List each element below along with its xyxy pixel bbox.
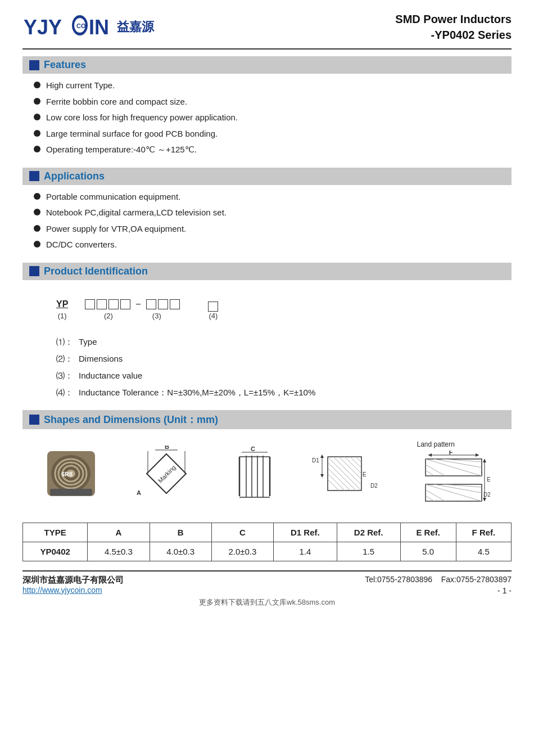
features-square-icon xyxy=(29,60,39,70)
features-section-header: Features xyxy=(22,56,512,74)
table-header-b: B xyxy=(150,523,211,542)
svg-rect-12 xyxy=(50,489,92,496)
pid-box xyxy=(108,299,119,309)
company-name: 深圳市益嘉源电子有限公司 xyxy=(22,575,124,586)
pid-part4-boxes xyxy=(208,302,218,312)
table-header-type: TYPE xyxy=(23,523,88,542)
table-cell-d1: 1.4 xyxy=(273,542,337,561)
dimensions-table: TYPE A B C D1 Ref. D2 Ref. E Ref. F Ref.… xyxy=(22,523,512,561)
pid-dash: － xyxy=(133,297,143,310)
table-cell-c: 2.0±0.3 xyxy=(211,542,273,561)
coil-photo: 6R8 xyxy=(44,448,98,499)
table-header-e: E Ref. xyxy=(400,523,456,542)
svg-text:B: B xyxy=(165,446,169,450)
tel: Tel:0755-27803896 xyxy=(365,575,432,584)
pid-exp-row-4: ⑷： Inductance Tolerance：N=±30%,M=±20%，L=… xyxy=(56,384,495,401)
footer-left: 深圳市益嘉源电子有限公司 http://www.yjycoin.com xyxy=(22,575,124,595)
header-title: SMD Power Inductors -YP0402 Series xyxy=(395,11,512,43)
pid-part4-num: (4) xyxy=(209,312,218,320)
table-header-d2: D2 Ref. xyxy=(337,523,400,542)
bullet-icon xyxy=(34,98,40,105)
side-view: D1 E D2 xyxy=(312,446,379,502)
pid-part3-num: (3) xyxy=(152,312,161,320)
features-list: High current Type. Ferrite bobbin core a… xyxy=(22,79,512,164)
table-header-row: TYPE A B C D1 Ref. D2 Ref. E Ref. F Ref. xyxy=(23,523,512,542)
pid-part1-label: YP xyxy=(56,299,68,309)
table-header-f: F Ref. xyxy=(456,523,511,542)
table-cell-type: YP0402 xyxy=(23,542,88,561)
website-link[interactable]: http://www.yjycoin.com xyxy=(22,586,124,595)
land-pattern-label: Land pattern xyxy=(417,440,455,448)
svg-marker-65 xyxy=(483,459,486,462)
list-item: Low core loss for high frequency power a… xyxy=(34,111,512,124)
pid-box xyxy=(158,299,168,309)
svg-text:E: E xyxy=(487,476,490,483)
pid-exp-row-2: ⑵： Dimensions xyxy=(56,350,495,367)
svg-text:A: A xyxy=(137,489,141,496)
footer-contact: Tel:0755-27803896 Fax:0755-27803897 xyxy=(365,575,512,584)
list-item: Operating temperature:-40℃ ～+125℃. xyxy=(34,143,512,156)
shapes-images: 6R8 B A Marking xyxy=(22,435,512,518)
pid-parts-row: YP (1) － (2) (3) ( xyxy=(56,297,495,320)
product-id-diagram: YP (1) － (2) (3) ( xyxy=(22,286,512,328)
diamond-svg: B A Marking xyxy=(135,446,197,502)
pid-box xyxy=(85,299,95,309)
watermark: 更多资料下载请到五八文库wk.58sms.com xyxy=(22,597,512,608)
svg-text:6R8: 6R8 xyxy=(61,471,73,478)
pid-box xyxy=(208,302,218,312)
pid-part-2: － (2) (3) xyxy=(85,297,180,320)
svg-text:F: F xyxy=(449,451,452,456)
bullet-icon xyxy=(34,241,40,248)
pid-part-4: (4) xyxy=(208,302,218,320)
list-item: High current Type. xyxy=(34,79,512,92)
pid-part2-boxes: － xyxy=(85,297,180,312)
svg-marker-33 xyxy=(320,474,324,478)
table-cell-b: 4.0±0.3 xyxy=(150,542,211,561)
page-number: - 1 - xyxy=(365,586,512,595)
table-header-a: A xyxy=(88,523,150,542)
pid-exp-row-3: ⑶： Inductance value xyxy=(56,367,495,384)
product-id-square-icon xyxy=(29,266,39,276)
component-shape: C xyxy=(235,446,274,502)
table-cell-f: 4.5 xyxy=(456,542,511,561)
svg-marker-66 xyxy=(483,498,486,501)
component-svg: C xyxy=(235,446,274,502)
svg-text:IN: IN xyxy=(89,16,109,39)
product-id-title: Product Identification xyxy=(44,266,148,277)
features-title: Features xyxy=(44,59,86,71)
bullet-icon xyxy=(34,225,40,232)
svg-text:D2: D2 xyxy=(370,483,378,489)
product-id-section-header: Product Identification xyxy=(22,263,512,280)
svg-text:D2: D2 xyxy=(483,492,490,498)
svg-marker-49 xyxy=(476,453,479,457)
land-pattern-svg: F E D2 xyxy=(417,451,490,507)
table-header-c: C xyxy=(211,523,273,542)
bullet-icon xyxy=(34,114,40,120)
list-item: Portable communication equipment. xyxy=(34,191,512,204)
pid-part-1: YP (1) xyxy=(56,299,68,320)
logo-icon: YJY CO IN xyxy=(22,13,112,41)
bullet-icon xyxy=(34,209,40,215)
shapes-section-header: Shapes and Dimensions (Unit：mm) xyxy=(22,410,512,429)
svg-text:YJY: YJY xyxy=(24,16,62,39)
svg-marker-32 xyxy=(320,454,324,458)
pid-explanations: ⑴： Type ⑵： Dimensions ⑶： Inductance valu… xyxy=(22,328,512,407)
footer-right: Tel:0755-27803896 Fax:0755-27803897 - 1 … xyxy=(365,575,512,595)
pid-exp-row-1: ⑴： Type xyxy=(56,334,495,350)
table-cell-e: 5.0 xyxy=(400,542,456,561)
pid-box xyxy=(170,299,180,309)
table-row: YP0402 4.5±0.3 4.0±0.3 2.0±0.3 1.4 1.5 5… xyxy=(23,542,512,561)
bullet-icon xyxy=(34,193,40,200)
table-header-d1: D1 Ref. xyxy=(273,523,337,542)
shapes-square-icon xyxy=(29,415,39,425)
applications-square-icon xyxy=(29,171,39,181)
list-item: Ferrite bobbin core and compact size. xyxy=(34,96,512,109)
svg-text:D1: D1 xyxy=(312,457,319,464)
logo-chinese: 益嘉源 xyxy=(117,19,154,35)
page-header: YJY CO IN 益嘉源 SMD Power Inductors -YP040… xyxy=(22,11,512,50)
pid-box xyxy=(146,299,156,309)
applications-title: Applications xyxy=(44,170,105,182)
page-footer: 深圳市益嘉源电子有限公司 http://www.yjycoin.com Tel:… xyxy=(22,570,512,595)
pid-box xyxy=(120,299,130,309)
svg-text:E: E xyxy=(363,471,366,478)
